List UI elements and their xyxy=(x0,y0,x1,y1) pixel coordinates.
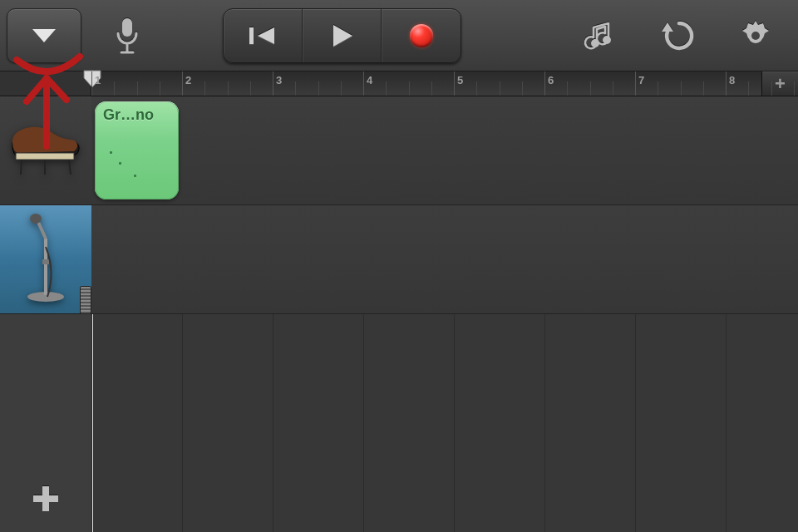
bar-number: 4 xyxy=(367,74,372,86)
bar-number: 3 xyxy=(276,74,282,86)
track-header-piano[interactable] xyxy=(0,96,91,205)
svg-rect-20 xyxy=(42,259,49,264)
svg-point-22 xyxy=(30,214,42,224)
bar-line xyxy=(182,71,183,96)
beat-tick xyxy=(204,81,205,96)
bar-line xyxy=(363,71,364,96)
add-track-button[interactable] xyxy=(0,466,91,532)
track-lane-piano[interactable]: Gr…no xyxy=(91,96,798,205)
gear-icon xyxy=(737,17,774,54)
bar-number: 7 xyxy=(638,74,644,86)
toolbar-right xyxy=(584,17,798,55)
bar-line xyxy=(273,71,273,96)
beat-tick xyxy=(250,81,251,96)
beat-tick xyxy=(114,81,115,96)
ruler-row: 12345678 + xyxy=(0,71,798,96)
svg-marker-0 xyxy=(32,29,56,42)
my-songs-button[interactable] xyxy=(7,8,81,63)
beat-tick xyxy=(590,81,591,96)
mic-stand-icon xyxy=(21,214,71,305)
rewind-icon xyxy=(246,24,279,47)
bar-line xyxy=(454,71,455,96)
svg-marker-5 xyxy=(258,27,274,44)
beat-tick xyxy=(386,81,387,96)
record-icon xyxy=(410,24,433,47)
svg-point-7 xyxy=(591,39,599,47)
volume-handle[interactable] xyxy=(80,286,91,314)
beat-tick xyxy=(613,81,613,96)
svg-point-8 xyxy=(603,36,611,44)
ruler-spacer xyxy=(0,71,91,96)
beat-tick xyxy=(409,81,410,96)
track-lane-audio[interactable] xyxy=(91,205,798,314)
beat-tick xyxy=(658,81,658,96)
bar-number: 8 xyxy=(729,74,735,86)
bar-line xyxy=(91,71,92,96)
svg-marker-6 xyxy=(333,25,352,47)
instrument-browser-button[interactable] xyxy=(584,17,622,55)
chevron-down-icon xyxy=(29,24,59,47)
beat-tick xyxy=(341,81,342,96)
bar-number: 1 xyxy=(95,74,101,86)
beat-tick xyxy=(794,81,795,96)
svg-rect-24 xyxy=(33,495,58,502)
beat-tick xyxy=(522,81,523,96)
bar-number: 2 xyxy=(185,74,191,86)
play-icon xyxy=(328,22,356,50)
bar-number: 6 xyxy=(548,74,554,86)
beat-tick xyxy=(703,81,704,96)
plus-icon xyxy=(30,483,62,515)
rewind-button[interactable] xyxy=(224,9,303,62)
beat-tick xyxy=(431,81,432,96)
beat-tick xyxy=(476,81,477,96)
track-headers xyxy=(0,96,91,532)
microphone-icon xyxy=(113,17,141,55)
bar-line xyxy=(635,71,636,96)
svg-marker-9 xyxy=(662,22,673,32)
svg-rect-4 xyxy=(249,27,254,44)
svg-line-15 xyxy=(21,160,22,175)
beat-tick xyxy=(567,81,568,96)
record-button[interactable] xyxy=(382,9,461,62)
piano-icon xyxy=(7,121,84,180)
svg-line-17 xyxy=(69,160,71,175)
track-header-audio[interactable] xyxy=(0,205,91,314)
instruments-icon xyxy=(584,18,622,53)
add-section-button[interactable]: + xyxy=(761,71,798,96)
beat-tick xyxy=(228,81,229,96)
tracks-body[interactable]: Gr…no xyxy=(91,96,798,532)
beat-tick xyxy=(681,81,682,96)
bar-line xyxy=(544,71,545,96)
region-label: Gr…no xyxy=(103,106,170,124)
svg-point-12 xyxy=(751,32,760,40)
bar-number: 5 xyxy=(457,74,463,86)
play-button[interactable] xyxy=(303,9,382,62)
loop-icon xyxy=(660,17,698,55)
beat-tick xyxy=(160,81,160,96)
transport-controls xyxy=(223,8,461,63)
workspace: Gr…no xyxy=(0,96,798,532)
beat-tick xyxy=(500,81,500,96)
bar-line xyxy=(726,71,727,96)
beat-tick xyxy=(137,81,138,96)
beat-tick xyxy=(295,81,296,96)
midi-region[interactable]: Gr…no xyxy=(95,101,179,200)
toolbar xyxy=(0,0,798,71)
timeline-ruler[interactable]: 12345678 xyxy=(91,71,761,96)
svg-line-21 xyxy=(37,220,46,239)
beat-tick xyxy=(318,81,319,96)
midi-notes xyxy=(105,135,169,191)
beat-tick xyxy=(771,81,772,96)
plus-icon: + xyxy=(775,73,786,95)
settings-button[interactable] xyxy=(736,17,775,55)
svg-rect-1 xyxy=(122,18,132,37)
loop-browser-button[interactable] xyxy=(660,17,698,55)
svg-rect-14 xyxy=(16,153,74,160)
voice-memo-button[interactable] xyxy=(106,8,148,63)
beat-tick xyxy=(748,81,749,96)
